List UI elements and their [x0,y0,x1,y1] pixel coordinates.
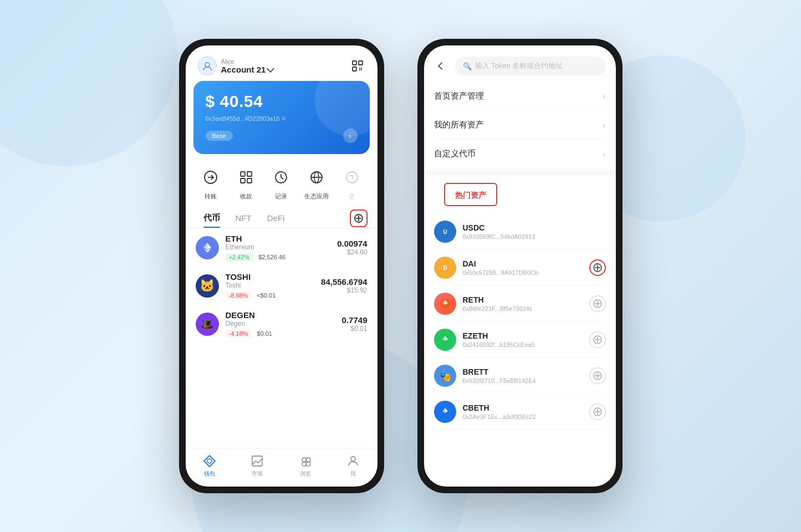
wallet-address: 0x3eeB455d...4D22003a18 ⧉ [206,115,358,122]
brett-add-button[interactable] [589,367,606,384]
nav-wallet[interactable]: 钱包 [202,454,217,478]
wallet-header: Alice Account 21 [186,45,377,81]
hot-token-list: U USDC 0x833589fC...54bdA02913 D [424,214,616,430]
action-swap[interactable]: 交 [340,165,364,201]
transfer-label: 转账 [205,192,217,201]
swap-icon [340,165,364,190]
svg-rect-1 [353,61,356,65]
toshi-badges: -8.98% <$0.01 [226,291,315,299]
degen-symbol: DEGEN [226,310,335,320]
cbeth-icon [434,401,456,423]
token-item-dai[interactable]: D DAI 0x50c57259...9A917DB0Cb [434,250,606,286]
token-item-eth[interactable]: ETH Ethereum +2.42% $2,526.46 0.00974 $2… [186,228,377,267]
degen-price: $0.01 [254,330,274,337]
dai-icon: D [434,257,456,279]
token-item-cbeth[interactable]: CBETH 0x2Ae3F1Ec...a3cf0DEc22 [434,394,606,430]
tab-nft[interactable]: NFT [228,209,259,227]
action-buttons: 转账 收款 [186,162,377,208]
toshi-amount: 84,556.6794 $15.92 [321,277,367,294]
search-input[interactable]: 输入 Token 名称或合约地址 [475,61,598,71]
account-name[interactable]: Account 21 [221,65,274,74]
token-item-usdc[interactable]: U USDC 0x833589fC...54bdA02913 [434,214,606,250]
ezeth-add-button[interactable] [589,331,606,348]
svg-rect-3 [353,67,356,71]
eth-change: +2.42% [226,253,253,261]
nav-browser[interactable]: 浏览 [298,454,313,478]
eth-amount: 0.00974 $24.60 [337,239,367,256]
history-icon [269,165,293,190]
svg-rect-6 [359,69,360,70]
action-ecosystem[interactable]: 生态应用 [304,165,329,201]
dai-add-button[interactable] [589,259,606,276]
scan-icon[interactable] [350,58,365,74]
transfer-icon [198,165,223,190]
svg-rect-2 [359,61,363,65]
cbeth-symbol: CBETH [463,403,583,412]
network-badge[interactable]: Base [206,131,233,141]
menu-list: 首页资产管理 › 我的所有资产 › 自定义代币 › [424,82,616,168]
hot-assets-label: 热门资产 [444,183,497,206]
svg-marker-22 [203,243,207,249]
action-receive[interactable]: 收款 [234,165,258,201]
menu-item-all-assets[interactable]: 我的所有资产 › [434,111,606,140]
nav-me[interactable]: 我 [346,454,360,478]
usdc-info: USDC 0x833589fC...54bdA02913 [463,223,606,240]
tab-defi[interactable]: DeFi [259,209,293,227]
tab-token[interactable]: 代币 [196,208,228,228]
menu-homepage-arrow: › [603,91,605,101]
token-item-toshi[interactable]: 🐱 TOSHI Toshi -8.98% <$0.01 84,556.6794 … [186,267,377,305]
search-bar[interactable]: 🔍 输入 Token 名称或合约地址 [455,57,606,75]
svg-rect-12 [241,178,245,183]
receive-icon [234,165,258,190]
avatar [198,57,217,75]
add-token-button[interactable] [350,209,368,227]
token-item-brett[interactable]: 🎭 BRETT 0x532f2710...F5eBB142E4 [434,358,606,394]
eth-price: $2,526.46 [256,253,288,261]
brett-symbol: BRETT [463,367,583,376]
phones-container: Alice Account 21 [179,39,623,493]
cbeth-address: 0x2Ae3F1Ec...a3cf0DEc22 [463,413,583,420]
token-item-reth[interactable]: RETH 0xB6fe221F...Bf5e73624c [434,286,606,322]
action-transfer[interactable]: 转账 [198,165,223,201]
svg-rect-11 [247,172,252,176]
back-button[interactable] [434,58,450,74]
toshi-change: -8.98% [226,291,252,299]
eth-symbol: ETH [226,234,331,243]
eth-icon [196,236,219,259]
svg-rect-28 [252,456,262,466]
toshi-icon: 🐱 [196,274,219,298]
dai-address: 0x50c57259...9A917DB0Cb [463,269,583,276]
menu-item-custom[interactable]: 自定义代币 › [434,140,606,168]
cbeth-info: CBETH 0x2Ae3F1Ec...a3cf0DEc22 [463,403,583,420]
token-item-ezeth[interactable]: EZETH 0x2416092f...b195CcEea5 [434,322,606,358]
svg-text:D: D [443,265,447,271]
wallet-nav-icon [202,454,217,468]
account-selector[interactable]: Alice Account 21 [198,57,274,75]
toshi-price: <$0.01 [254,291,278,299]
svg-rect-7 [361,69,362,70]
menu-item-homepage[interactable]: 首页资产管理 › [434,82,606,111]
balance-card: $ 40.54 0x3eeB455d...4D22003a18 ⧉ Base › [193,81,370,154]
receive-label: 收款 [240,192,252,201]
cbeth-add-button[interactable] [589,403,606,420]
menu-custom-label: 自定义代币 [434,149,476,159]
menu-homepage-label: 首页资产管理 [434,91,484,101]
token-manager-header: 🔍 输入 Token 名称或合约地址 [424,45,616,82]
usdc-address: 0x833589fC...54bdA02913 [463,233,606,240]
reth-add-button[interactable] [589,295,606,312]
swap-label: 交 [349,192,355,201]
balance-amount: $ 40.54 [206,92,358,111]
copy-icon[interactable]: ⧉ [282,115,285,122]
token-item-degen[interactable]: 🎩 DEGEN Degen -4.18% $0.01 0.7749 $0.01 [186,305,377,343]
ezeth-address: 0x2416092f...b195CcEea5 [463,341,583,348]
ezeth-symbol: EZETH [463,331,583,340]
section-divider [424,171,616,175]
action-history[interactable]: 记录 [269,165,293,201]
nav-market[interactable]: 市场 [250,454,264,478]
network-row: Base › [206,129,358,143]
svg-point-18 [346,172,358,183]
wallet-nav-label: 钱包 [204,470,215,478]
navigate-arrow[interactable]: › [343,129,358,143]
back-arrow-icon [437,62,445,70]
chevron-down-icon [267,64,274,72]
